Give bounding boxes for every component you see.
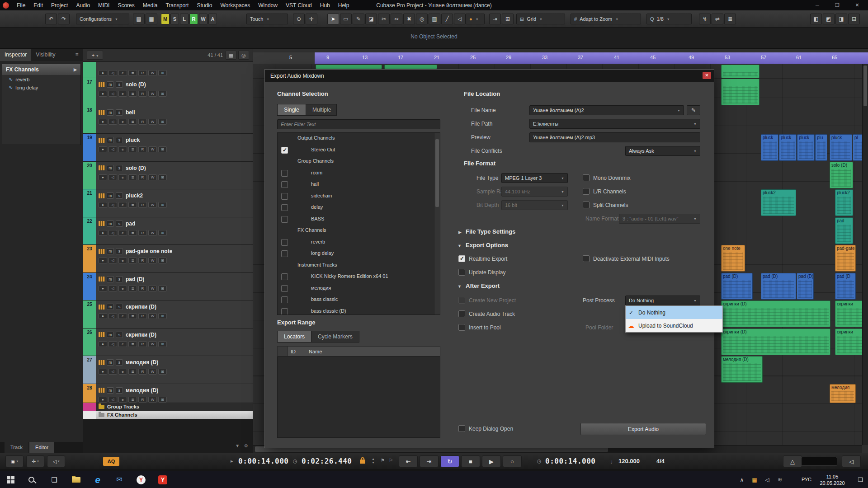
edit-channel-button[interactable]: e: [118, 70, 127, 76]
secondary-time-display[interactable]: 0:02:26.440: [302, 457, 352, 465]
automation-read-button[interactable]: R: [138, 313, 147, 319]
inserts-state-button[interactable]: ≣: [128, 258, 137, 263]
edit-channel-button[interactable]: e: [118, 91, 127, 97]
common-record-modes-button[interactable]: ◉▾: [5, 455, 24, 467]
expand-arrow-icon[interactable]: ▼: [458, 244, 462, 248]
channel-item[interactable]: KICK Nicky Romero Edition x64 01: [278, 271, 440, 283]
scrollbar-handle[interactable]: [435, 139, 439, 207]
record-enable-button[interactable]: ●: [99, 174, 107, 180]
edit-channel-button[interactable]: e: [118, 313, 127, 319]
channel-checkbox[interactable]: [281, 170, 288, 177]
preroll-click-button[interactable]: ◁▾: [47, 455, 65, 467]
solo-button[interactable]: s: [116, 248, 123, 254]
network-icon[interactable]: ≋: [774, 471, 786, 488]
track-row[interactable]: 17 m s solo (D) ● ◁ e ≣: [83, 78, 253, 106]
yandex-browser-button[interactable]: Y: [130, 471, 152, 488]
automation-read-button[interactable]: R: [138, 397, 147, 403]
redo-icon[interactable]: ↷: [58, 14, 70, 24]
midi-clip[interactable]: скрипки (D): [721, 300, 830, 327]
menu-item[interactable]: Workspaces: [216, 2, 254, 9]
automation-write-button[interactable]: W: [148, 91, 157, 97]
channel-item[interactable]: мелодия: [278, 283, 440, 295]
monitor-button[interactable]: ◁: [108, 119, 117, 125]
mute-button[interactable]: m: [107, 276, 114, 282]
mute-button[interactable]: m: [107, 359, 114, 366]
track-row[interactable]: 23 m s pad-gate one note ● ◁ e: [83, 245, 253, 273]
inserts-state-button[interactable]: ≣: [128, 174, 137, 180]
channel-checkbox[interactable]: [281, 308, 288, 315]
channel-checkbox[interactable]: [281, 147, 288, 154]
undo-icon[interactable]: ↶: [45, 14, 57, 24]
automation-write-button[interactable]: W: [148, 230, 157, 236]
fx-channel-item[interactable]: ∿ reverb: [2, 75, 80, 83]
channel-checkbox[interactable]: [281, 273, 288, 280]
track-row[interactable]: 18 m s bell ● ◁ e ≣: [83, 106, 253, 134]
edit-channel-button[interactable]: e: [118, 202, 127, 208]
monitor-button[interactable]: ◁: [108, 70, 117, 76]
inserts-state-button[interactable]: ≣: [128, 313, 137, 319]
monitor-button[interactable]: ◁: [108, 313, 117, 319]
keep-dialog-open-checkbox[interactable]: [458, 425, 465, 432]
punch-points-button[interactable]: ✛▾: [26, 455, 44, 467]
channel-checkbox[interactable]: [281, 204, 288, 211]
zone-tab[interactable]: Track: [5, 442, 28, 453]
inserts-state-button[interactable]: ≣: [128, 91, 137, 97]
solo-button[interactable]: s: [116, 109, 123, 116]
after-export-heading[interactable]: After Export: [466, 282, 500, 289]
monitor-button[interactable]: ◁: [108, 341, 117, 347]
channel-checkbox[interactable]: [281, 239, 288, 246]
nudge-up-icon[interactable]: ▲▼: [372, 457, 375, 465]
minimize-button[interactable]: ─: [807, 0, 827, 10]
midi-clip[interactable]: one note: [721, 245, 745, 272]
channel-item[interactable]: Instrument Tracks: [278, 260, 440, 272]
filter-input[interactable]: [277, 119, 440, 129]
automation-write-button[interactable]: W: [148, 258, 157, 263]
solo-button[interactable]: s: [116, 192, 123, 199]
automation-read-button[interactable]: R: [138, 286, 147, 291]
group-tracks-row[interactable]: Group Tracks: [83, 403, 253, 411]
mute-button[interactable]: m: [107, 387, 114, 394]
inspector-tab[interactable]: Inspector: [0, 49, 31, 61]
channel-item[interactable]: FX Channels: [278, 225, 440, 237]
menu-item[interactable]: File: [13, 2, 29, 9]
draw-tool-icon[interactable]: ✎: [353, 14, 364, 24]
tab-multiple[interactable]: Multiple: [306, 104, 337, 116]
midi-clip[interactable]: pad (D): [721, 273, 753, 300]
automation-write-button[interactable]: W: [148, 119, 157, 125]
channel-item[interactable]: long delay: [278, 248, 440, 260]
channel-item[interactable]: Output Channels: [278, 133, 440, 145]
auto-scroll-icon[interactable]: ⊙: [293, 14, 305, 24]
vertical-scrollbar[interactable]: [862, 64, 868, 445]
midi-clip[interactable]: pluck: [779, 134, 797, 161]
channel-checkbox[interactable]: [281, 250, 288, 257]
solo-button[interactable]: s: [116, 332, 123, 338]
audition-tool-icon[interactable]: ◁: [454, 14, 466, 24]
channel-checkbox[interactable]: [281, 285, 288, 292]
record-enable-button[interactable]: ●: [99, 369, 107, 375]
automation-read-button[interactable]: R: [138, 91, 147, 97]
solo-button[interactable]: s: [116, 165, 123, 171]
goto-start-button[interactable]: ⇤: [399, 455, 418, 467]
record-enable-button[interactable]: ●: [99, 202, 107, 208]
expand-arrow-icon[interactable]: ▼: [458, 284, 462, 289]
marker-flag-outline-icon[interactable]: ⚐: [389, 459, 393, 462]
channel-strip-button[interactable]: ⊞: [158, 91, 167, 97]
edit-channel-button[interactable]: e: [118, 286, 127, 291]
retrospective-record-icon[interactable]: ↯: [699, 14, 711, 24]
close-icon[interactable]: ✕: [703, 72, 711, 79]
output-activity-display[interactable]: [801, 457, 837, 466]
menu-item[interactable]: Scores: [113, 2, 138, 9]
track-row[interactable]: 19 m s pluck ● ◁ e ≣: [83, 134, 253, 162]
scrollbar-handle[interactable]: [863, 66, 867, 106]
record-enable-button[interactable]: ●: [99, 313, 107, 319]
edit-channel-button[interactable]: e: [118, 369, 127, 375]
menu-item[interactable]: MIDI: [94, 2, 113, 9]
mute-button[interactable]: m: [107, 332, 114, 338]
inserts-state-button[interactable]: ≣: [128, 286, 137, 291]
automation-read-button[interactable]: R: [138, 146, 147, 152]
track-filter-icon[interactable]: ▦: [226, 51, 236, 60]
erase-tool-icon[interactable]: ◪: [365, 14, 377, 24]
menu-item[interactable]: Edit: [29, 2, 47, 9]
edit-channel-button[interactable]: e: [118, 230, 127, 236]
stop-button[interactable]: ■: [461, 455, 480, 467]
